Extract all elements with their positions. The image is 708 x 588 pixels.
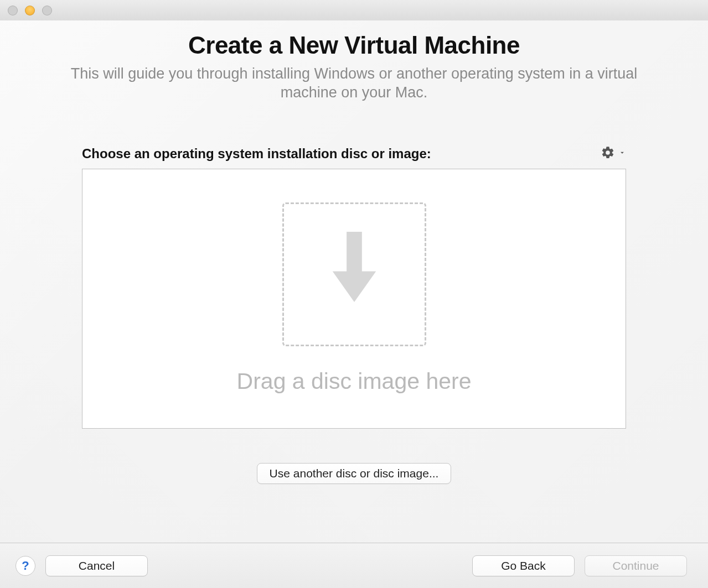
window-titlebar [0,0,708,20]
download-arrow-icon [321,232,387,317]
cancel-button[interactable]: Cancel [45,555,148,576]
go-back-button[interactable]: Go Back [472,555,575,576]
page-subtitle: This will guide you through installing W… [44,65,664,102]
zoom-window-button[interactable] [42,6,52,15]
options-gear-dropdown[interactable] [601,145,626,162]
gear-icon [601,145,615,162]
help-icon: ? [22,559,29,573]
window-traffic-lights [8,6,52,15]
page-title: Create a New Virtual Machine [188,32,520,59]
help-button[interactable]: ? [15,556,35,576]
minimize-window-button[interactable] [25,6,35,15]
use-another-disc-button[interactable]: Use another disc or disc image... [257,463,452,484]
close-window-button[interactable] [8,6,18,15]
dropzone-text: Drag a disc image here [237,368,472,394]
wizard-footer: ? Cancel Go Back Continue [0,543,708,588]
continue-button: Continue [585,555,687,576]
choose-row: Choose an operating system installation … [82,145,626,162]
dropzone-box [282,202,426,346]
disc-image-dropzone[interactable]: Drag a disc image here [82,169,626,429]
wizard-content: Create a New Virtual Machine This will g… [0,20,708,543]
choose-label: Choose an operating system installation … [82,146,431,162]
chevron-down-icon [618,149,626,159]
